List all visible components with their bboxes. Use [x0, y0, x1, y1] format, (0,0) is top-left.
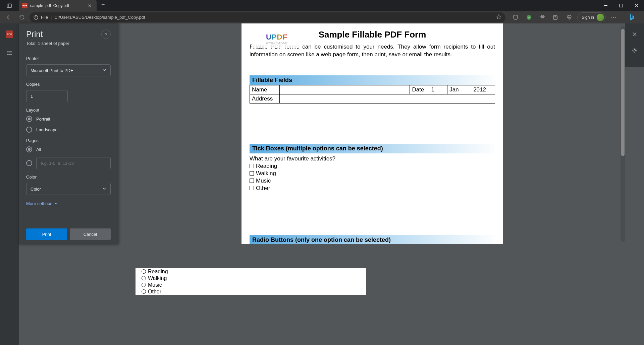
browser-tab[interactable]: PDF sample_pdf_Copy.pdf ✕: [19, 0, 97, 11]
color-value: Color: [31, 187, 41, 192]
browser-titlebar: PDF sample_pdf_Copy.pdf ✕ +: [0, 0, 644, 11]
name-field[interactable]: [280, 85, 410, 94]
radio-option-music-overflow[interactable]: Music: [142, 282, 360, 288]
more-settings-toggle[interactable]: More settings: [26, 201, 111, 205]
section-fillable-header: Fillable Fields: [250, 75, 495, 85]
date-day-field[interactable]: 1: [429, 85, 447, 94]
collections-icon[interactable]: [550, 12, 561, 23]
signin-button[interactable]: Sign in: [577, 12, 606, 22]
checkbox-icon: [250, 179, 254, 183]
radio-icon: [142, 289, 146, 294]
radio-option-reading-overflow[interactable]: Reading: [142, 269, 360, 275]
new-tab-button[interactable]: +: [97, 0, 110, 10]
print-title: Print: [26, 29, 43, 39]
checkbox-icon: [250, 171, 254, 176]
tick-question: What are your favourite activities?: [250, 155, 495, 162]
tick-option-other[interactable]: Other:: [250, 185, 495, 192]
svg-point-8: [36, 16, 36, 16]
page-preview-viewport[interactable]: UPDF WWW.UPDF.COM Sample Fillable PDF Fo…: [119, 23, 625, 245]
pages-custom-radio[interactable]: [26, 160, 32, 166]
extensions-icon[interactable]: [537, 12, 548, 23]
wellness-icon[interactable]: [564, 12, 575, 23]
print-button[interactable]: Print: [26, 228, 67, 240]
address-bar: File | C:/Users/ASUS/Desktop/sample_pdf_…: [0, 11, 644, 23]
tick-option-reading[interactable]: Reading: [250, 163, 495, 169]
date-year-field[interactable]: 2012: [471, 85, 495, 94]
layout-landscape-radio[interactable]: Landscape: [26, 127, 111, 133]
print-settings-scroll[interactable]: Printer Microsoft Print to PDF Copies La…: [19, 51, 118, 205]
minimize-button[interactable]: [598, 0, 613, 11]
main-area: PDF Print ? Total: 1 sheet of paper Prin…: [0, 23, 644, 345]
fillable-table: Name Date 1 Jan 2012 Address: [250, 85, 495, 104]
preview-scrollbar[interactable]: [621, 26, 625, 242]
checkbox-icon: [250, 164, 254, 168]
cancel-button[interactable]: Cancel: [70, 228, 111, 240]
pdf-icon: PDF: [22, 3, 28, 8]
adblock-shield-icon[interactable]: [524, 12, 534, 23]
tick-option-walking[interactable]: Walking: [250, 170, 495, 177]
pdf-left-strip: PDF: [0, 23, 19, 345]
close-window-button[interactable]: [629, 0, 644, 11]
radio-option-other-overflow[interactable]: Other:: [142, 289, 360, 295]
printer-select[interactable]: Microsoft Print to PDF: [26, 64, 111, 76]
chevron-down-icon: [54, 202, 58, 205]
more-menu-icon[interactable]: ···: [608, 12, 619, 23]
chevron-down-icon: [102, 187, 106, 192]
maximize-button[interactable]: [613, 0, 629, 11]
back-button[interactable]: [3, 12, 14, 23]
pages-all-radio[interactable]: All: [26, 146, 111, 152]
tab-title: sample_pdf_Copy.pdf: [30, 3, 84, 8]
favorite-star-icon[interactable]: [496, 14, 501, 20]
section-tick-header: Tick Boxes (multiple options can be sele…: [250, 144, 495, 153]
date-month-field[interactable]: Jan: [447, 85, 471, 94]
pdf-badge-icon[interactable]: PDF: [4, 29, 15, 40]
svg-point-22: [634, 50, 636, 51]
name-label: Name: [250, 85, 280, 94]
tab-close-button[interactable]: ✕: [87, 2, 93, 9]
refresh-button[interactable]: [16, 12, 28, 23]
print-footer: Print Cancel: [26, 228, 111, 240]
url-scheme: File: [41, 15, 48, 20]
date-label: Date: [410, 85, 429, 94]
svg-rect-0: [7, 4, 12, 7]
avatar-icon: [597, 14, 604, 21]
signin-label: Sign in: [582, 15, 594, 20]
color-select[interactable]: Color: [26, 183, 111, 195]
toolbar-icons: Sign in ···: [507, 10, 641, 24]
tick-option-music[interactable]: Music: [250, 178, 495, 184]
copies-label: Copies: [26, 82, 111, 87]
layout-portrait-radio[interactable]: Portrait: [26, 116, 111, 122]
scrollbar-thumb[interactable]: [621, 29, 625, 156]
printer-label: Printer: [26, 56, 111, 61]
window-controls: [598, 0, 644, 11]
site-info-icon[interactable]: [34, 15, 38, 20]
radio-checked-icon: [26, 116, 32, 122]
pages-range-input[interactable]: [36, 157, 111, 169]
bing-sidebar-icon[interactable]: [625, 10, 639, 24]
chevron-down-icon: [102, 68, 106, 73]
url-path: C:/Users/ASUS/Desktop/sample_pdf_Copy.pd…: [54, 15, 145, 20]
color-label: Color: [26, 175, 111, 180]
printer-value: Microsoft Print to PDF: [31, 68, 73, 73]
print-dialog: Print ? Total: 1 sheet of paper Printer …: [19, 23, 118, 245]
svg-rect-3: [619, 4, 623, 7]
url-field[interactable]: File | C:/Users/ASUS/Desktop/sample_pdf_…: [30, 12, 505, 22]
help-button[interactable]: ?: [101, 29, 111, 39]
address-field[interactable]: [280, 94, 495, 103]
radio-checked-icon: [26, 146, 32, 152]
radio-icon: [142, 276, 146, 280]
copies-input[interactable]: [26, 90, 68, 102]
gear-icon[interactable]: [630, 46, 639, 55]
tab-actions-button[interactable]: [0, 0, 19, 11]
tracking-shield-icon[interactable]: [510, 12, 521, 23]
svg-marker-9: [497, 15, 501, 19]
checkbox-icon: [250, 186, 254, 190]
overflow-page-content: Reading Walking Music Other:: [136, 268, 366, 295]
radio-option-walking-overflow[interactable]: Walking: [142, 275, 360, 281]
close-icon[interactable]: [630, 29, 639, 39]
contents-icon[interactable]: [4, 48, 15, 58]
updf-watermark: UPDF WWW.UPDF.COM: [252, 28, 302, 48]
print-subtitle: Total: 1 sheet of paper: [19, 41, 118, 51]
radio-icon: [142, 283, 146, 287]
url-separator: |: [51, 15, 52, 20]
